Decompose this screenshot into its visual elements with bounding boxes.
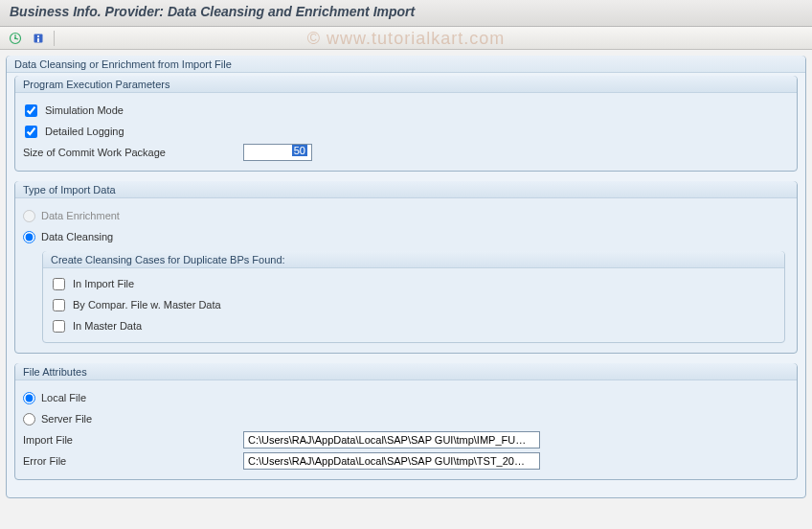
outer-legend: Data Cleansing or Enrichment from Import… (7, 56, 805, 73)
subgroup-cleansing-cases: Create Cleansing Cases for Duplicate BPs… (42, 251, 785, 343)
simulation-label: Simulation Mode (45, 104, 124, 116)
clock-run-icon (9, 32, 22, 45)
detailed-logging-label: Detailed Logging (45, 126, 124, 137)
group-file-attributes: File Attributes Local File Server File I… (14, 363, 798, 480)
file-attr-legend: File Attributes (15, 363, 797, 380)
execute-button[interactable] (6, 30, 25, 47)
row-commit-size: Size of Commit Work Package 50 (23, 142, 789, 163)
in-master-data-checkbox[interactable] (53, 320, 65, 333)
data-cleansing-radio[interactable] (23, 231, 35, 243)
svg-rect-3 (37, 35, 39, 37)
content-area: Data Cleansing or Enrichment from Import… (0, 50, 812, 514)
row-in-import-file: In Import File (53, 273, 777, 294)
info-icon (32, 32, 45, 45)
row-detailed-logging: Detailed Logging (25, 121, 789, 142)
params-legend: Program Execution Parameters (15, 76, 797, 93)
group-outer: Data Cleansing or Enrichment from Import… (6, 56, 806, 498)
local-file-label: Local File (41, 392, 86, 403)
row-local-file: Local File (23, 387, 789, 408)
row-server-file: Server File (23, 408, 789, 429)
row-simulation: Simulation Mode (25, 100, 789, 121)
import-type-legend: Type of Import Data (15, 181, 797, 198)
import-file-label: Import File (23, 434, 243, 446)
row-data-cleansing: Data Cleansing (23, 226, 789, 247)
by-compare-checkbox[interactable] (53, 299, 65, 311)
data-enrichment-radio (23, 210, 35, 222)
in-import-file-checkbox[interactable] (53, 278, 65, 290)
title-bar: Business Info. Provider: Data Cleansing … (0, 0, 812, 27)
commit-size-input[interactable]: 50 (243, 144, 312, 161)
row-error-file: Error File (23, 450, 789, 472)
in-master-data-label: In Master Data (73, 320, 142, 332)
page-title: Business Info. Provider: Data Cleansing … (10, 4, 802, 19)
toolbar-separator (54, 31, 55, 46)
data-enrichment-label: Data Enrichment (41, 210, 120, 221)
error-file-input[interactable] (243, 452, 540, 470)
by-compare-label: By Compar. File w. Master Data (73, 299, 221, 310)
row-data-enrichment: Data Enrichment (23, 205, 789, 226)
local-file-radio[interactable] (23, 392, 35, 404)
row-by-compare: By Compar. File w. Master Data (53, 294, 777, 315)
commit-size-label: Size of Commit Work Package (23, 147, 243, 158)
svg-point-1 (14, 37, 16, 39)
cleansing-sublegend: Create Cleansing Cases for Duplicate BPs… (43, 251, 784, 268)
in-import-file-label: In Import File (73, 278, 134, 289)
simulation-checkbox[interactable] (25, 104, 37, 117)
data-cleansing-label: Data Cleansing (41, 231, 113, 242)
detailed-logging-checkbox[interactable] (25, 126, 37, 138)
server-file-label: Server File (41, 413, 92, 425)
group-params: Program Execution Parameters Simulation … (14, 76, 798, 172)
info-button[interactable] (29, 30, 48, 47)
import-file-input[interactable] (243, 431, 540, 448)
svg-rect-4 (37, 38, 39, 42)
group-import-type: Type of Import Data Data Enrichment Data… (14, 181, 798, 354)
error-file-label: Error File (23, 455, 243, 467)
toolbar (0, 27, 812, 50)
server-file-radio[interactable] (23, 413, 35, 426)
row-in-master-data: In Master Data (53, 315, 777, 336)
row-import-file: Import File (23, 429, 789, 450)
